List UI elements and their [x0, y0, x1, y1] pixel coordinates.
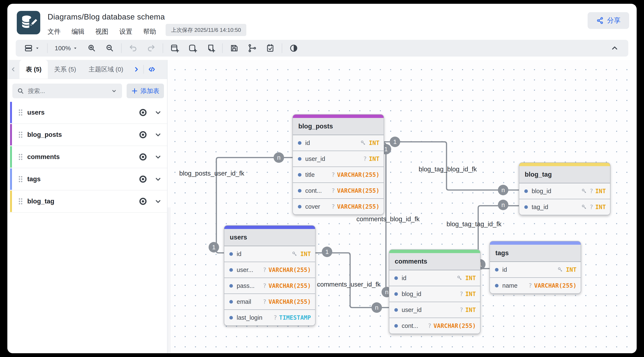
theme-toggle-button[interactable] [287, 42, 300, 54]
diagram-table-blog_posts[interactable]: blog_posts id INT user_id ? INT [292, 114, 384, 215]
theme-icon [289, 44, 298, 52]
tabs-scroll-left-button[interactable] [7, 66, 20, 73]
field-row-user[interactable]: user... ? VARCHAR(255) [224, 262, 315, 278]
sidebar-resize-handle[interactable] [170, 207, 170, 353]
key-icon [292, 251, 298, 257]
field-row-blog_id[interactable]: blog_id ? INT [519, 183, 610, 199]
field-row-cont[interactable]: cont... ? VARCHAR(255) [293, 183, 384, 199]
field-dot [394, 292, 398, 296]
menu-item-view[interactable]: 视图 [96, 27, 108, 36]
expand-table-button[interactable] [154, 197, 162, 206]
relationship-line-comments_user_id_fk[interactable] [316, 253, 389, 308]
cardinality-badge: 1 [208, 242, 219, 253]
chevron-up-icon [610, 44, 619, 52]
expand-table-button[interactable] [154, 153, 162, 161]
toggle-visibility-button[interactable] [138, 152, 148, 162]
chevron-down-icon [154, 130, 162, 139]
sidebar-resize-handle[interactable] [168, 207, 168, 353]
tabs-scroll-right-button[interactable] [130, 65, 144, 73]
svg-text:n: n [277, 154, 281, 161]
expand-table-button[interactable] [154, 175, 162, 184]
field-row-id[interactable]: id INT [224, 246, 315, 262]
search-input[interactable] [28, 87, 107, 95]
expand-table-button[interactable] [154, 108, 162, 117]
tab-tables[interactable]: 表 (5) [20, 60, 48, 79]
field-row-tag_id[interactable]: tag_id ? INT [519, 199, 610, 215]
drag-handle-icon[interactable] [16, 175, 25, 184]
field-row-user_id[interactable]: user_id ? INT [389, 302, 480, 318]
field-dot [229, 252, 233, 256]
toggle-visibility-button[interactable] [138, 130, 148, 140]
field-dot [298, 189, 302, 193]
field-row-email[interactable]: email ? VARCHAR(255) [224, 294, 315, 310]
view-mode-button[interactable] [22, 42, 42, 54]
save-button[interactable] [228, 42, 241, 54]
add-note-button[interactable] [204, 42, 217, 54]
field-row-title[interactable]: title ? VARCHAR(255) [293, 167, 384, 183]
drag-handle-icon[interactable] [16, 130, 25, 139]
sidebar-table-item-blog_posts[interactable]: blog_posts [7, 124, 167, 146]
field-row-name[interactable]: name ? VARCHAR(255) [490, 278, 581, 293]
diagram-table-comments[interactable]: comments id INT blog_id ? INT [389, 249, 480, 334]
drag-handle-icon[interactable] [16, 108, 25, 117]
tab-relationships[interactable]: 关系 (5) [48, 60, 82, 79]
field-name: last_login [237, 314, 262, 321]
add-table-button[interactable] [168, 42, 181, 54]
diagram-table-blog_tag[interactable]: blog_tag blog_id ? INT tag_id ? INT [519, 162, 610, 215]
share-icon [596, 17, 604, 24]
drag-handle-icon[interactable] [16, 153, 25, 161]
field-row-id[interactable]: id INT [490, 262, 581, 278]
field-row-id[interactable]: id INT [389, 270, 480, 286]
app-window: Diagrams/Blog database schema 文件编辑视图设置帮助… [7, 4, 637, 353]
zoom-in-icon [87, 44, 96, 52]
eye-icon [138, 174, 148, 184]
sidebar-table-item-comments[interactable]: comments [7, 146, 167, 168]
add-area-button[interactable] [186, 42, 199, 54]
field-row-id[interactable]: id INT [293, 135, 384, 151]
menu-item-help[interactable]: 帮助 [143, 27, 156, 36]
sidebar-table-item-tags[interactable]: tags [7, 168, 167, 190]
field-row-cont[interactable]: cont... ? VARCHAR(255) [389, 318, 480, 334]
field-dot [229, 300, 233, 304]
menu-item-file[interactable]: 文件 [48, 27, 60, 36]
toolbar-collapse-button[interactable] [607, 42, 622, 54]
expand-table-button[interactable] [154, 130, 162, 139]
cardinality-badge: 1 [390, 137, 400, 147]
diagram-canvas[interactable]: blog_posts_user_id_fk1ncomments_user_id_… [167, 60, 637, 353]
menu-item-settings[interactable]: 设置 [119, 27, 132, 36]
chevron-down-icon[interactable] [111, 88, 118, 94]
key-icon [456, 275, 463, 281]
diagram-table-users[interactable]: users id INT user... ? VARCHAR(255) [224, 225, 316, 326]
toggle-visibility-button[interactable] [138, 108, 148, 117]
share-button[interactable]: 分享 [588, 12, 629, 29]
zoom-level-dropdown[interactable]: 100% [52, 42, 80, 54]
todo-button[interactable] [264, 42, 277, 54]
drag-handle-icon[interactable] [16, 197, 25, 206]
field-row-user_id[interactable]: user_id ? INT [293, 151, 384, 167]
toggle-visibility-button[interactable] [138, 197, 148, 206]
field-row-cover[interactable]: cover ? VARCHAR(255) [293, 199, 384, 214]
field-dot [394, 308, 398, 312]
menu-item-edit[interactable]: 编辑 [72, 27, 84, 36]
sidebar-table-item-blog_tag[interactable]: blog_tag [7, 190, 167, 213]
add-table-button[interactable]: 添加表 [126, 84, 164, 98]
code-view-button[interactable] [144, 65, 160, 74]
field-row-blog_id[interactable]: blog_id ? INT [389, 286, 480, 302]
toggle-visibility-button[interactable] [138, 174, 148, 184]
undo-button[interactable] [126, 42, 140, 54]
drag-icon [16, 197, 25, 206]
zoom-out-button[interactable] [103, 42, 116, 54]
field-row-pass[interactable]: pass... ? VARCHAR(255) [224, 278, 315, 294]
diagram-table-tags[interactable]: tags id INT name ? VARCHAR(255) [490, 241, 581, 294]
field-type: INT [465, 291, 476, 298]
field-row-last_login[interactable]: last_login ? TIMESTAMP [224, 310, 315, 325]
redo-button[interactable] [145, 42, 158, 54]
zoom-in-button[interactable] [85, 42, 98, 54]
tab-subject-areas[interactable]: 主题区域 (0) [82, 60, 130, 79]
chevron-down-icon [154, 197, 162, 206]
relationships-button[interactable] [246, 42, 259, 54]
field-type: INT [465, 275, 476, 282]
sidebar-table-item-users[interactable]: users [7, 102, 167, 124]
toolbar-divider [222, 43, 223, 53]
field-type: VARCHAR(255) [337, 203, 380, 210]
